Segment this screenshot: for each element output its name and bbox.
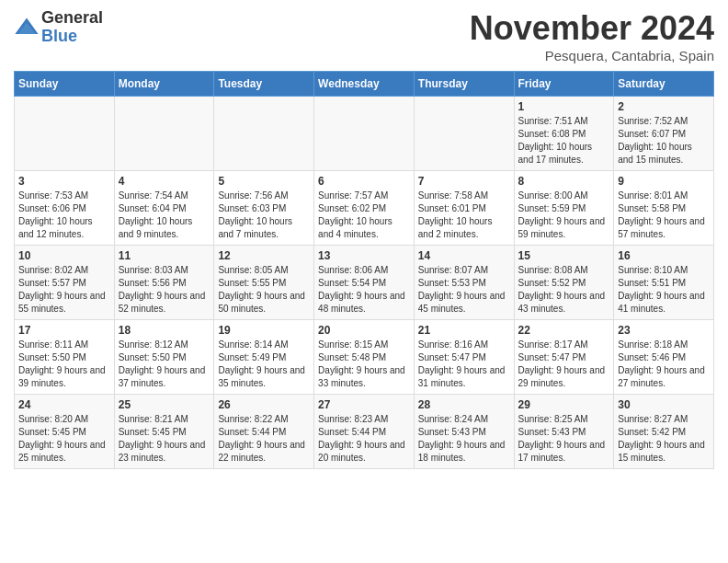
day-number: 28 xyxy=(418,398,510,411)
calendar-week-4: 24Sunrise: 8:20 AM Sunset: 5:45 PM Dayli… xyxy=(15,395,714,469)
location: Pesquera, Cantabria, Spain xyxy=(470,48,714,63)
cell-content: Sunrise: 8:24 AM Sunset: 5:43 PM Dayligh… xyxy=(418,413,510,465)
day-number: 7 xyxy=(418,175,510,188)
day-number: 4 xyxy=(119,175,210,188)
calendar-cell xyxy=(114,97,214,171)
calendar-week-3: 17Sunrise: 8:11 AM Sunset: 5:50 PM Dayli… xyxy=(15,320,714,395)
day-number: 20 xyxy=(318,324,410,337)
day-header-monday: Monday xyxy=(114,72,214,97)
day-number: 11 xyxy=(119,249,210,262)
cell-content: Sunrise: 8:25 AM Sunset: 5:43 PM Dayligh… xyxy=(518,413,610,465)
calendar-cell: 25Sunrise: 8:21 AM Sunset: 5:45 PM Dayli… xyxy=(114,395,214,469)
calendar-cell: 26Sunrise: 8:22 AM Sunset: 5:44 PM Dayli… xyxy=(214,395,314,469)
calendar-cell: 11Sunrise: 8:03 AM Sunset: 5:56 PM Dayli… xyxy=(114,246,214,320)
calendar-cell: 5Sunrise: 7:56 AM Sunset: 6:03 PM Daylig… xyxy=(214,171,314,246)
calendar-cell: 27Sunrise: 8:23 AM Sunset: 5:44 PM Dayli… xyxy=(314,395,415,469)
cell-content: Sunrise: 8:14 AM Sunset: 5:49 PM Dayligh… xyxy=(218,339,310,390)
calendar-cell: 6Sunrise: 7:57 AM Sunset: 6:02 PM Daylig… xyxy=(314,171,415,246)
calendar-cell xyxy=(414,97,514,171)
calendar-cell: 8Sunrise: 8:00 AM Sunset: 5:59 PM Daylig… xyxy=(514,171,614,246)
calendar-cell xyxy=(314,97,415,171)
calendar-table: SundayMondayTuesdayWednesdayThursdayFrid… xyxy=(14,71,714,469)
calendar-cell: 21Sunrise: 8:16 AM Sunset: 5:47 PM Dayli… xyxy=(414,320,514,395)
day-number: 26 xyxy=(218,398,310,411)
calendar-cell: 20Sunrise: 8:15 AM Sunset: 5:48 PM Dayli… xyxy=(314,320,415,395)
cell-content: Sunrise: 8:17 AM Sunset: 5:47 PM Dayligh… xyxy=(518,339,610,390)
calendar-cell xyxy=(15,97,115,171)
month-title: November 2024 xyxy=(470,9,714,48)
calendar-cell: 22Sunrise: 8:17 AM Sunset: 5:47 PM Dayli… xyxy=(514,320,614,395)
cell-content: Sunrise: 8:27 AM Sunset: 5:42 PM Dayligh… xyxy=(618,413,710,465)
cell-content: Sunrise: 8:22 AM Sunset: 5:44 PM Dayligh… xyxy=(218,413,310,465)
day-number: 13 xyxy=(318,249,410,262)
calendar-header: SundayMondayTuesdayWednesdayThursdayFrid… xyxy=(15,72,714,97)
cell-content: Sunrise: 8:05 AM Sunset: 5:55 PM Dayligh… xyxy=(218,264,310,316)
page-header: General Blue November 2024 Pesquera, Can… xyxy=(14,9,714,63)
day-number: 15 xyxy=(518,249,610,262)
logo-blue-text: Blue xyxy=(41,28,103,46)
calendar-cell: 23Sunrise: 8:18 AM Sunset: 5:46 PM Dayli… xyxy=(614,320,714,395)
calendar-cell: 10Sunrise: 8:02 AM Sunset: 5:57 PM Dayli… xyxy=(15,246,115,320)
calendar-cell: 16Sunrise: 8:10 AM Sunset: 5:51 PM Dayli… xyxy=(614,246,714,320)
day-header-thursday: Thursday xyxy=(414,72,514,97)
day-number: 27 xyxy=(318,398,410,411)
calendar-cell: 7Sunrise: 7:58 AM Sunset: 6:01 PM Daylig… xyxy=(414,171,514,246)
calendar-cell: 2Sunrise: 7:52 AM Sunset: 6:07 PM Daylig… xyxy=(614,97,714,171)
day-header-wednesday: Wednesday xyxy=(314,72,415,97)
calendar-cell: 15Sunrise: 8:08 AM Sunset: 5:52 PM Dayli… xyxy=(514,246,614,320)
calendar-cell: 24Sunrise: 8:20 AM Sunset: 5:45 PM Dayli… xyxy=(15,395,115,469)
cell-content: Sunrise: 7:53 AM Sunset: 6:06 PM Dayligh… xyxy=(18,190,110,241)
day-number: 29 xyxy=(518,398,610,411)
cell-content: Sunrise: 7:58 AM Sunset: 6:01 PM Dayligh… xyxy=(418,190,510,241)
calendar-cell: 3Sunrise: 7:53 AM Sunset: 6:06 PM Daylig… xyxy=(15,171,115,246)
cell-content: Sunrise: 8:02 AM Sunset: 5:57 PM Dayligh… xyxy=(18,264,110,316)
calendar-cell: 13Sunrise: 8:06 AM Sunset: 5:54 PM Dayli… xyxy=(314,246,415,320)
calendar-cell: 18Sunrise: 8:12 AM Sunset: 5:50 PM Dayli… xyxy=(114,320,214,395)
calendar-cell: 17Sunrise: 8:11 AM Sunset: 5:50 PM Dayli… xyxy=(15,320,115,395)
cell-content: Sunrise: 8:06 AM Sunset: 5:54 PM Dayligh… xyxy=(318,264,410,316)
cell-content: Sunrise: 8:18 AM Sunset: 5:46 PM Dayligh… xyxy=(618,339,710,390)
calendar-cell: 9Sunrise: 8:01 AM Sunset: 5:58 PM Daylig… xyxy=(614,171,714,246)
day-number: 25 xyxy=(119,398,210,411)
day-number: 22 xyxy=(518,324,610,337)
day-number: 1 xyxy=(518,100,610,113)
calendar-cell: 12Sunrise: 8:05 AM Sunset: 5:55 PM Dayli… xyxy=(214,246,314,320)
cell-content: Sunrise: 8:01 AM Sunset: 5:58 PM Dayligh… xyxy=(618,190,710,241)
calendar-week-0: 1Sunrise: 7:51 AM Sunset: 6:08 PM Daylig… xyxy=(15,97,714,171)
day-number: 5 xyxy=(218,175,310,188)
cell-content: Sunrise: 8:07 AM Sunset: 5:53 PM Dayligh… xyxy=(418,264,510,316)
day-number: 3 xyxy=(18,175,110,188)
day-number: 9 xyxy=(618,175,710,188)
day-header-sunday: Sunday xyxy=(15,72,115,97)
cell-content: Sunrise: 7:52 AM Sunset: 6:07 PM Dayligh… xyxy=(618,115,710,167)
day-number: 10 xyxy=(18,249,110,262)
cell-content: Sunrise: 8:08 AM Sunset: 5:52 PM Dayligh… xyxy=(518,264,610,316)
cell-content: Sunrise: 8:20 AM Sunset: 5:45 PM Dayligh… xyxy=(18,413,110,465)
day-header-tuesday: Tuesday xyxy=(214,72,314,97)
calendar-cell: 28Sunrise: 8:24 AM Sunset: 5:43 PM Dayli… xyxy=(414,395,514,469)
cell-content: Sunrise: 7:56 AM Sunset: 6:03 PM Dayligh… xyxy=(218,190,310,241)
logo-general-text: General xyxy=(41,9,103,28)
cell-content: Sunrise: 8:00 AM Sunset: 5:59 PM Dayligh… xyxy=(518,190,610,241)
logo-icon xyxy=(14,15,40,40)
logo: General Blue xyxy=(14,9,103,46)
calendar-cell: 4Sunrise: 7:54 AM Sunset: 6:04 PM Daylig… xyxy=(114,171,214,246)
day-number: 6 xyxy=(318,175,410,188)
calendar-cell: 30Sunrise: 8:27 AM Sunset: 5:42 PM Dayli… xyxy=(614,395,714,469)
calendar-cell xyxy=(214,97,314,171)
title-block: November 2024 Pesquera, Cantabria, Spain xyxy=(470,9,714,63)
calendar-week-2: 10Sunrise: 8:02 AM Sunset: 5:57 PM Dayli… xyxy=(15,246,714,320)
cell-content: Sunrise: 7:57 AM Sunset: 6:02 PM Dayligh… xyxy=(318,190,410,241)
day-header-friday: Friday xyxy=(514,72,614,97)
calendar-cell: 19Sunrise: 8:14 AM Sunset: 5:49 PM Dayli… xyxy=(214,320,314,395)
cell-content: Sunrise: 7:54 AM Sunset: 6:04 PM Dayligh… xyxy=(119,190,210,241)
day-number: 30 xyxy=(618,398,710,411)
day-number: 14 xyxy=(418,249,510,262)
cell-content: Sunrise: 8:21 AM Sunset: 5:45 PM Dayligh… xyxy=(119,413,210,465)
calendar-week-1: 3Sunrise: 7:53 AM Sunset: 6:06 PM Daylig… xyxy=(15,171,714,246)
day-number: 16 xyxy=(618,249,710,262)
day-number: 23 xyxy=(618,324,710,337)
cell-content: Sunrise: 8:11 AM Sunset: 5:50 PM Dayligh… xyxy=(18,339,110,390)
cell-content: Sunrise: 8:23 AM Sunset: 5:44 PM Dayligh… xyxy=(318,413,410,465)
logo-text: General Blue xyxy=(41,9,103,46)
